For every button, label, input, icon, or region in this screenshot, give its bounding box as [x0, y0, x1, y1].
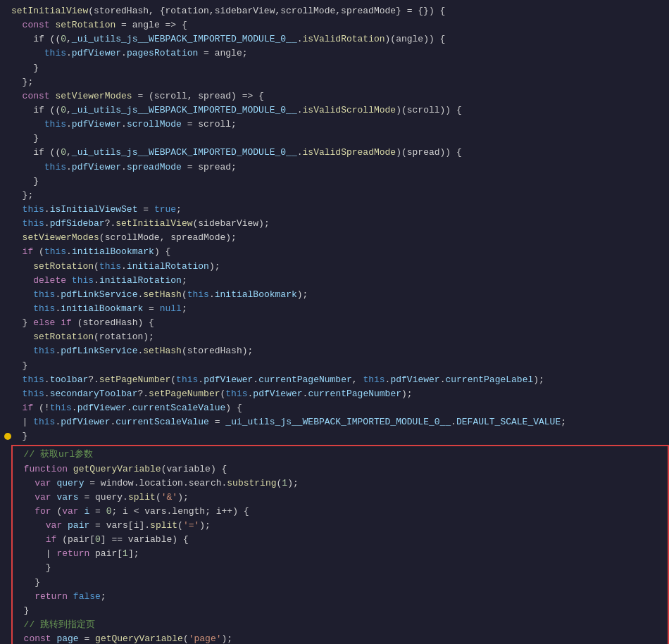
code-line-14: }; — [11, 189, 669, 203]
highlighted-code-section: // 获取url参数 function getQueryVariable(var… — [11, 445, 669, 644]
code-line-8: if ((0,_ui_utils_js__WEBPACK_IMPORTED_MO… — [11, 103, 669, 118]
line-34-content: var query = window.location.search.subst… — [13, 476, 662, 491]
code-line-1: setInitialView(storedHash, {rotation,sid… — [11, 4, 669, 18]
code-line-39: | return pair[1]; — [13, 547, 668, 561]
line-44-content: // 跳转到指定页 — [13, 618, 662, 632]
code-line-37: var pair = vars[i].split('='); — [13, 519, 668, 533]
code-line-43: } — [13, 604, 668, 618]
code-line-29: if (!this.pdfViewer.currentScaleValue) { — [11, 401, 669, 415]
line-21-content: this.pdfLinkService.setHash(this.initial… — [11, 288, 663, 302]
line-24-content: setRotation(rotation); — [11, 330, 663, 344]
line-35-content: var vars = query.split('&'); — [13, 491, 662, 505]
code-line-23: } else if (storedHash) { — [11, 316, 669, 330]
code-line-34: var query = window.location.search.subst… — [13, 476, 668, 491]
line-20-content: delete this.initialRotation; — [11, 274, 663, 288]
code-container: setInitialView(storedHash, {rotation,sid… — [0, 0, 669, 644]
line-14-content: }; — [11, 189, 663, 203]
line-37-content: var pair = vars[i].split('='); — [13, 519, 662, 533]
code-line-12: this.pdfViewer.spreadMode = spread; — [11, 160, 669, 175]
code-line-45: const page = getQueryVariable('page'); — [13, 632, 668, 644]
code-line-26: } — [11, 359, 669, 373]
code-line-27: this.toolbar?.setPageNumber(this.pdfView… — [11, 373, 669, 387]
code-line-4: this.pdfViewer.pagesRotation = angle; — [11, 46, 669, 61]
code-line-30: | this.pdfViewer.currentScaleValue = _ui… — [11, 415, 669, 429]
code-line-13: } — [11, 175, 669, 189]
line-5-content: } — [11, 61, 663, 75]
line-43-content: } — [13, 604, 662, 618]
line-15-content: this.isInitialViewSet = true; — [11, 203, 663, 217]
line-7-content: const setViewerModes = (scroll, spread) … — [11, 89, 663, 103]
line-31-content: } — [11, 429, 663, 443]
line-33-content: function getQueryVariable(variable) { — [13, 462, 662, 476]
code-line-7: const setViewerModes = (scroll, spread) … — [11, 89, 669, 103]
code-line-28: this.secondaryToolbar?.setPageNumber(thi… — [11, 387, 669, 401]
code-line-6: }; — [11, 75, 669, 89]
line-4-content: this.pdfViewer.pagesRotation = angle; — [11, 46, 663, 61]
code-line-35: var vars = query.split('&'); — [13, 491, 668, 505]
line-23-content: } else if (storedHash) { — [11, 316, 663, 330]
line-28-content: this.secondaryToolbar?.setPageNumber(thi… — [11, 387, 663, 401]
line-9-content: this.pdfViewer.scrollMode = scroll; — [11, 118, 663, 132]
code-line-44: // 跳转到指定页 — [13, 618, 668, 632]
line-13-content: } — [11, 175, 663, 189]
line-29-content: if (!this.pdfViewer.currentScaleValue) { — [11, 401, 663, 415]
code-line-24: setRotation(rotation); — [11, 330, 669, 344]
code-line-17: setViewerModes(scrollMode, spreadMode); — [11, 231, 669, 245]
code-line-42: return false; — [13, 590, 668, 604]
code-line-16: this.pdfSidebar?.setInitialView(sidebarV… — [11, 217, 669, 231]
line-3-content: if ((0,_ui_utils_js__WEBPACK_IMPORTED_MO… — [11, 32, 663, 46]
code-line-22: this.initialBookmark = null; — [11, 302, 669, 316]
code-line-40: } — [13, 561, 668, 575]
line-27-content: this.toolbar?.setPageNumber(this.pdfView… — [11, 373, 663, 387]
line-41-content: } — [13, 576, 662, 590]
line-17-content: setViewerModes(scrollMode, spreadMode); — [11, 231, 663, 245]
line-6-content: }; — [11, 75, 663, 89]
code-line-18: if (this.initialBookmark) { — [11, 245, 669, 259]
line-19-content: setRotation(this.initialRotation); — [11, 260, 663, 274]
yellow-dot-icon — [4, 433, 11, 440]
code-line-31: } — [11, 429, 669, 443]
code-line-25: this.pdfLinkService.setHash(storedHash); — [11, 344, 669, 358]
code-line-15: this.isInitialViewSet = true; — [11, 203, 669, 217]
code-line-20: delete this.initialRotation; — [11, 274, 669, 288]
line-42-content: return false; — [13, 590, 662, 604]
line-32-content: // 获取url参数 — [13, 448, 662, 462]
code-line-21: this.pdfLinkService.setHash(this.initial… — [11, 288, 669, 302]
line-2-content: const setRotation = angle => { — [11, 18, 663, 32]
code-line-3: if ((0,_ui_utils_js__WEBPACK_IMPORTED_MO… — [11, 32, 669, 46]
code-line-33: function getQueryVariable(variable) { — [13, 462, 668, 476]
line-40-content: } — [13, 561, 662, 575]
line-38-content: if (pair[0] == variable) { — [13, 533, 662, 547]
code-line-32: // 获取url参数 — [13, 448, 668, 462]
code-line-36: for (var i = 0; i < vars.length; i++) { — [13, 505, 668, 519]
code-line-5: } — [11, 61, 669, 75]
code-line-9: this.pdfViewer.scrollMode = scroll; — [11, 118, 669, 132]
line-36-content: for (var i = 0; i < vars.length; i++) { — [13, 505, 662, 519]
line-12-content: this.pdfViewer.spreadMode = spread; — [11, 160, 663, 175]
line-11-content: if ((0,_ui_utils_js__WEBPACK_IMPORTED_MO… — [11, 146, 663, 160]
code-line-10: } — [11, 132, 669, 146]
line-26-content: } — [11, 359, 663, 373]
code-line-11: if ((0,_ui_utils_js__WEBPACK_IMPORTED_MO… — [11, 146, 669, 160]
code-line-38: if (pair[0] == variable) { — [13, 533, 668, 547]
code-line-19: setRotation(this.initialRotation); — [11, 260, 669, 274]
line-22-content: this.initialBookmark = null; — [11, 302, 663, 316]
line-16-content: this.pdfSidebar?.setInitialView(sidebarV… — [11, 217, 663, 231]
line-10-content: } — [11, 132, 663, 146]
line-30-content: | this.pdfViewer.currentScaleValue = _ui… — [11, 415, 663, 429]
line-25-content: this.pdfLinkService.setHash(storedHash); — [11, 344, 663, 358]
line-39-content: | return pair[1]; — [13, 547, 662, 561]
line-8-content: if ((0,_ui_utils_js__WEBPACK_IMPORTED_MO… — [11, 103, 663, 118]
code-line-2: const setRotation = angle => { — [11, 18, 669, 32]
line-45-content: const page = getQueryVariable('page'); — [13, 632, 662, 644]
line-18-content: if (this.initialBookmark) { — [11, 245, 663, 259]
line-1-content: setInitialView(storedHash, {rotation,sid… — [11, 4, 663, 18]
code-block: setInitialView(storedHash, {rotation,sid… — [0, 0, 669, 644]
code-line-41: } — [13, 576, 668, 590]
